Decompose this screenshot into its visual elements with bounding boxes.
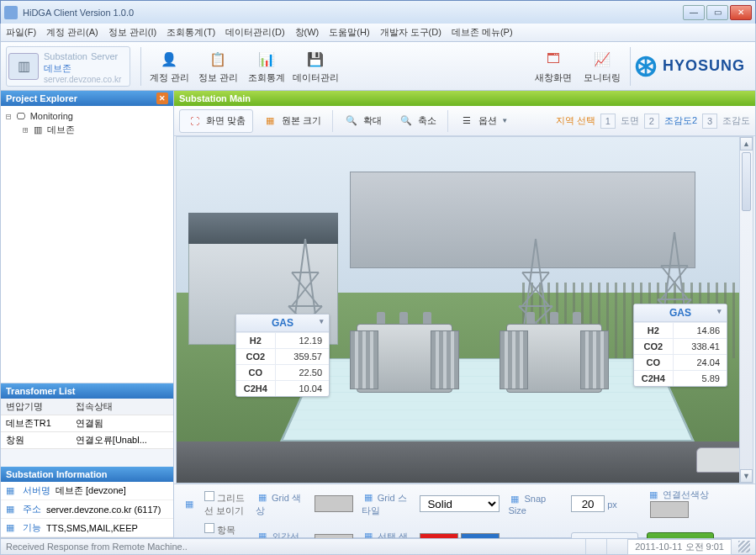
badge-title: Substation	[44, 51, 87, 61]
toolbar-newwindow-label: 새창화면	[535, 71, 572, 84]
view-1-label[interactable]: 도면	[621, 114, 639, 127]
view-3-label[interactable]: 조감도	[722, 114, 750, 127]
substation-info: ▦ 서버명 데브존 [devzone] ▦ 주소 server.devzone.…	[1, 482, 173, 537]
col-status: 접속상태	[71, 399, 173, 415]
main-header-title: Substation Main	[179, 93, 251, 103]
tree-child-label: 데브존	[47, 124, 75, 136]
monitor-icon: 📈	[590, 48, 614, 70]
expand-icon[interactable]: ⊞	[23, 124, 29, 135]
gas-panel-left[interactable]: GAS H212.19 CO2359.57 CO22.50 C2H410.04	[235, 314, 330, 397]
status-message: Received Response from Remote Machine..	[6, 542, 188, 552]
table-row[interactable]: 창원 연결오류[Unabl...	[1, 432, 173, 449]
outline-checkbox[interactable]	[204, 523, 214, 533]
panel-close-button[interactable]: ✕	[156, 92, 168, 104]
grid-style-select[interactable]: Solid	[420, 495, 500, 512]
menu-window[interactable]: 창(W)	[295, 26, 320, 39]
project-tree[interactable]: ⊟ 🖵 Monitoring ⊞ ▥ 데브존	[1, 106, 173, 383]
table-row[interactable]: 데브존TR1 연결됨	[1, 415, 173, 432]
fit-icon: ⛶	[187, 114, 202, 129]
info-row-server: ▦ 서버명 데브존 [devzone]	[1, 482, 173, 500]
menu-devzone[interactable]: 데브존 메뉴(P)	[452, 26, 513, 39]
gas-panel-right[interactable]: GAS H214.86 CO2338.41 CO24.04 C2H45.89	[633, 304, 727, 387]
close-button[interactable]: ✕	[730, 5, 752, 20]
menu-file[interactable]: 파일(F)	[6, 26, 36, 39]
gas-row: CO2359.57	[236, 349, 329, 365]
toolbar-newwindow-button[interactable]: 🗔 새창화면	[529, 45, 578, 88]
menu-devtools[interactable]: 개발자 도구(D)	[380, 26, 441, 39]
fit-screen-button[interactable]: ⛶ 화면 맞춤	[179, 109, 253, 133]
status-datetime: 2011-10-11 오전 9:01	[627, 539, 732, 555]
transformer-list: 변압기명 접속상태 데브존TR1 연결됨 창원 연결오류[Unabl...	[1, 399, 173, 449]
transformer-unit[interactable]	[500, 309, 609, 393]
gas-row: CO24.04	[634, 355, 727, 371]
substation-canvas[interactable]: GAS H212.19 CO2359.57 CO22.50 C2H410.04 …	[176, 136, 753, 484]
options-button[interactable]: ☰ 옵션 ▼	[452, 109, 515, 133]
menu-info[interactable]: 정보 관리(I)	[108, 26, 156, 39]
toolbar-account-label: 계정 관리	[150, 71, 189, 84]
scroll-up-button[interactable]: ▲	[740, 137, 753, 151]
badge-host: server.devzone.co.kr	[44, 75, 121, 84]
substation-badge[interactable]: ▥ Substation Server 데브존 server.devzone.c…	[6, 46, 130, 87]
grid-lines-checkbox[interactable]	[204, 491, 214, 501]
menu-help[interactable]: 도움말(H)	[329, 26, 369, 39]
link-color-label: 연결선색상	[663, 489, 709, 500]
toolbar-info-button[interactable]: 📋 정보 관리	[193, 45, 242, 88]
tree-root-label: Monitoring	[30, 111, 73, 121]
opt-icon: ▦	[182, 497, 196, 510]
substation-info-title: Substation Information	[6, 469, 107, 479]
toolbar-stats-button[interactable]: 📊 조회통계	[242, 45, 291, 88]
view-2-button[interactable]: 2	[644, 114, 659, 129]
col-name: 변압기명	[1, 399, 71, 415]
divider	[630, 47, 631, 86]
transformer-unit[interactable]	[350, 309, 459, 393]
server-icon: ▥	[8, 53, 39, 80]
toolbar-data-button[interactable]: 💾 데이터관리	[291, 45, 340, 88]
collapse-icon[interactable]: ⊟	[6, 111, 12, 122]
hyosung-icon	[634, 55, 658, 78]
window-icon: 🗔	[542, 48, 565, 70]
view-selector-label: 지역 선택	[556, 114, 595, 127]
monitor-node-icon: 🖵	[15, 110, 27, 122]
substation-info-header: Substation Information	[1, 467, 173, 482]
status-bar: Received Response from Remote Machine.. …	[0, 538, 756, 555]
status-seg	[606, 539, 621, 554]
info-icon: 📋	[206, 48, 230, 70]
chart-icon: 📊	[255, 48, 278, 70]
main-header: Substation Main	[174, 91, 755, 106]
project-explorer-header: Project Explorer ✕	[1, 91, 173, 106]
grid-color-swatch[interactable]	[315, 495, 353, 512]
resize-grip[interactable]	[738, 541, 750, 552]
toolbar-monitoring-button[interactable]: 📈 모니터링	[578, 45, 626, 88]
minimize-button[interactable]: —	[683, 5, 705, 20]
view-2-label[interactable]: 조감도2	[664, 114, 697, 127]
snap-size-input[interactable]	[571, 495, 605, 512]
canvas-options-panel: ▦ 그리드 선 보이기 ▦ Grid 색상 ▦ Grid 스타일 Solid ▦…	[174, 484, 755, 537]
view-3-button[interactable]: 3	[702, 114, 717, 129]
toolbar-account-button[interactable]: 👤 계정 관리	[145, 45, 193, 88]
gas-row: C2H410.04	[236, 381, 329, 397]
menu-data[interactable]: 데이터관리(D)	[225, 26, 284, 39]
substation-node-icon: ▥	[32, 124, 44, 136]
options-icon: ☰	[459, 114, 474, 129]
original-size-button[interactable]: ▦ 원본 크기	[255, 109, 329, 133]
vertical-scrollbar[interactable]: ▲ ▼	[739, 137, 753, 483]
scroll-down-button[interactable]: ▼	[740, 469, 753, 483]
gas-row: H212.19	[236, 333, 329, 349]
grid-icon: ▦	[262, 114, 278, 129]
zoom-out-button[interactable]: 🔍 축소	[391, 109, 444, 133]
zoom-in-button[interactable]: 🔍 확대	[336, 109, 389, 133]
tree-root[interactable]: ⊟ 🖵 Monitoring	[4, 109, 170, 123]
menu-account[interactable]: 계정 관리(A)	[46, 26, 98, 39]
transformer-list-header: Transfomer List	[1, 383, 173, 399]
maximize-button[interactable]: ▭	[706, 5, 728, 20]
view-1-button[interactable]: 1	[600, 114, 616, 129]
scroll-thumb[interactable]	[742, 152, 751, 211]
toolbar-stats-label: 조회통계	[248, 71, 285, 84]
opt-icon: ▦	[508, 492, 521, 505]
menu-stats[interactable]: 조회통계(T)	[167, 26, 215, 39]
opt-icon: ▦	[647, 488, 660, 501]
gas-row: CO22.50	[236, 365, 329, 381]
tree-child[interactable]: ⊞ ▥ 데브존	[4, 123, 170, 137]
link-color-swatch[interactable]	[650, 501, 689, 518]
badge-subtitle: Server	[91, 51, 118, 61]
